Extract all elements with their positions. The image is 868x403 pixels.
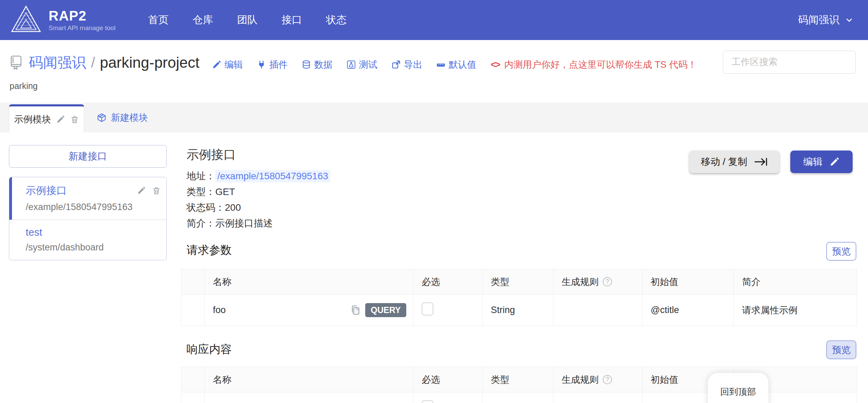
response-preview-button[interactable]: 预览 (826, 340, 856, 359)
interface-path: /system/dashboard (26, 242, 158, 253)
question-circle-icon[interactable]: ? (603, 375, 612, 384)
ts-code-notice-link[interactable]: <> 内测用户你好，点这里可以帮你生成 TS 代码！ (491, 54, 697, 71)
back-to-top-button[interactable]: 回到顶部 (708, 373, 768, 403)
param-type: String (483, 295, 553, 326)
status-code-label: 状态码： (187, 201, 225, 214)
tab-label: 示例模块 (14, 113, 51, 126)
navbar: RAP2 Smart API manage tool 首页 仓库 团队 接口 状… (0, 0, 868, 40)
address-link[interactable]: /example/1580547995163 (215, 170, 330, 182)
trash-icon[interactable] (70, 115, 79, 124)
module-tabbar: 示例模块 新建模块 (0, 103, 868, 133)
detail-buttons: 移动 / 复制 编辑 (689, 151, 853, 173)
move-copy-button[interactable]: 移动 / 复制 (689, 151, 779, 173)
ruler-icon (436, 60, 446, 69)
app-subtitle: Smart API manage tool (49, 24, 115, 32)
response-content-title: 响应内容 (187, 342, 232, 357)
scope-badge: QUERY (365, 303, 406, 317)
test-link[interactable]: 测试 (346, 58, 378, 71)
col-name: 名称 (205, 269, 413, 295)
export-link[interactable]: 导出 (391, 58, 422, 71)
nav-item-team[interactable]: 团队 (237, 10, 257, 30)
param-rule (553, 295, 642, 326)
intro-label: 简介： (187, 217, 215, 230)
package-icon (97, 113, 107, 123)
breadcrumb-org-link[interactable]: 码闻强识 (29, 53, 86, 72)
tab-example-module[interactable]: 示例模块 (9, 104, 84, 133)
notice-text: 内测用户你好，点这里可以帮你生成 TS 代码！ (504, 58, 697, 71)
question-circle-icon[interactable]: ? (603, 277, 612, 286)
col-initial: 初始值 (642, 269, 734, 295)
edit-interface-button[interactable]: 编辑 (790, 151, 853, 173)
required-checkbox[interactable] (422, 400, 433, 403)
param-name: foo (213, 305, 226, 315)
address-label: 地址： (187, 170, 215, 183)
nav-item-interface[interactable]: 接口 (281, 10, 302, 30)
required-checkbox[interactable] (422, 302, 433, 315)
database-icon (302, 60, 311, 69)
type-value: GET (215, 186, 235, 197)
request-preview-button[interactable]: 预览 (826, 242, 856, 261)
trash-icon[interactable] (152, 186, 161, 195)
request-params-table: 名称 必选 类型 生成规则? 初始值 简介 foo (181, 269, 857, 326)
col-required: 必选 (413, 269, 483, 295)
data-link[interactable]: 数据 (302, 58, 333, 71)
intro-value: 示例接口描述 (215, 217, 273, 230)
flask-icon (346, 60, 356, 69)
pencil-icon[interactable] (137, 186, 146, 195)
status-code-value: 200 (225, 202, 241, 213)
project-description: parking (10, 81, 856, 91)
edit-project-link[interactable]: 编辑 (212, 58, 243, 71)
pencil-icon (212, 60, 221, 69)
interface-sidebar: 新建接口 示例接口 /example/1580547995163 test /s… (9, 145, 167, 260)
interface-list: 示例接口 /example/1580547995163 test /system… (9, 177, 167, 260)
col-intro: 简介 (734, 269, 857, 295)
main-nav: 首页 仓库 团队 接口 状态 (148, 10, 346, 30)
type-label: 类型： (187, 185, 215, 198)
interface-detail-panel: 示例接口 地址： /example/1580547995163 类型： GET … (183, 132, 859, 403)
user-menu[interactable]: 码闻强识 (798, 13, 854, 27)
plugin-link[interactable]: 插件 (257, 58, 288, 71)
param-initial: @ctitle (642, 295, 734, 326)
nav-item-home[interactable]: 首页 (148, 10, 168, 30)
pencil-icon (829, 157, 840, 167)
content-area: 新建接口 示例接口 /example/1580547995163 test /s… (0, 132, 868, 403)
col-type: 类型 (483, 269, 553, 295)
col-type: 类型 (483, 367, 553, 392)
new-module-button[interactable]: 新建模块 (97, 103, 148, 132)
header-actions: 编辑 插件 数据 测试 导出 默认值 (212, 54, 476, 71)
table-header-row: 名称 必选 类型 生成规则? 初始值 简介 (181, 269, 857, 295)
export-icon (391, 60, 401, 69)
arrow-to-bar-icon (754, 157, 768, 166)
list-item-example-interface[interactable]: 示例接口 /example/1580547995163 (9, 177, 166, 220)
interface-title: 示例接口 (187, 146, 236, 163)
pencil-icon[interactable] (56, 115, 65, 124)
col-required: 必选 (413, 367, 483, 392)
user-name: 码闻强识 (798, 13, 839, 27)
code-brackets-icon: <> (491, 60, 501, 70)
col-rule: 生成规则 (562, 374, 599, 386)
page-header: 码闻强识 / parking-project 编辑 插件 数据 测试 导出 (0, 40, 868, 103)
interface-name-link[interactable]: test (26, 226, 158, 238)
param-intro: 请求属性示例 (734, 295, 857, 326)
breadcrumb-separator: / (91, 54, 95, 71)
book-icon (10, 55, 23, 70)
nav-item-status[interactable]: 状态 (326, 10, 346, 30)
copy-icon[interactable] (349, 304, 361, 316)
app-title: RAP2 (49, 8, 115, 23)
list-item-test-interface[interactable]: test /system/dashboard (9, 220, 166, 260)
page-title: parking-project (100, 54, 200, 71)
new-interface-button[interactable]: 新建接口 (9, 145, 167, 168)
chevron-down-icon (845, 16, 854, 25)
app-logo[interactable]: RAP2 Smart API manage tool (10, 4, 115, 36)
workspace-search-input[interactable] (723, 51, 856, 74)
interface-path: /example/1580547995163 (26, 202, 158, 212)
interface-meta: 地址： /example/1580547995163 类型： GET 状态码： … (187, 171, 330, 234)
triangle-logo-icon (10, 4, 42, 36)
table-row: foo QUERY String @ctitle 请求属性示例 (181, 295, 857, 326)
col-name: 名称 (205, 367, 413, 392)
col-rule: 生成规则 (562, 276, 599, 288)
request-params-title: 请求参数 (187, 243, 232, 258)
nav-item-repository[interactable]: 仓库 (192, 10, 213, 30)
plug-icon (257, 60, 266, 69)
default-value-link[interactable]: 默认值 (436, 58, 476, 71)
